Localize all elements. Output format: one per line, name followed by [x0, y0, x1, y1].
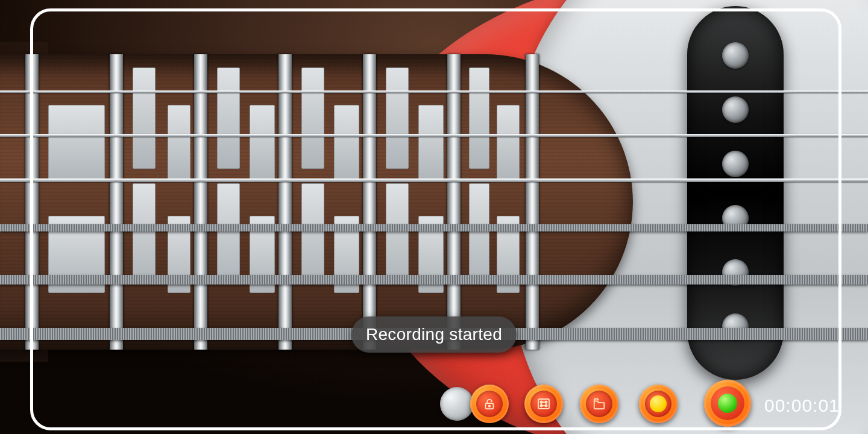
fret-inlay	[250, 105, 275, 182]
fret-inlay	[133, 183, 156, 285]
recordings-folder-button[interactable]	[580, 385, 618, 423]
toast-text: Recording started	[366, 325, 502, 344]
fret-inlay	[217, 68, 240, 169]
fret[interactable]	[25, 54, 39, 350]
fret[interactable]	[110, 54, 123, 350]
svg-rect-2	[538, 399, 549, 409]
string-5[interactable]	[0, 275, 868, 285]
lock-icon	[476, 391, 503, 417]
fret-inlay	[469, 183, 489, 285]
record-button[interactable]	[704, 380, 751, 427]
app-stage: Recording started 00:00:01	[0, 0, 868, 434]
tuner-button[interactable]	[524, 385, 563, 423]
fret-inlay	[168, 105, 190, 182]
string-2[interactable]	[0, 134, 868, 137]
pickup-pole	[722, 42, 749, 69]
fret-inlay	[469, 68, 489, 169]
fret[interactable]	[447, 54, 461, 350]
svg-point-1	[489, 405, 491, 407]
string-3[interactable]	[0, 178, 868, 182]
folder-icon	[586, 391, 612, 417]
fret[interactable]	[278, 54, 292, 350]
fret-inlay	[133, 68, 156, 169]
fret[interactable]	[526, 54, 539, 350]
record-indicator-icon	[645, 391, 671, 417]
volume-knob[interactable]	[440, 387, 474, 421]
toast-recording-started: Recording started	[351, 316, 517, 353]
fret-inlay	[301, 68, 324, 169]
pickup-pole	[722, 96, 749, 123]
recording-timer: 00:00:01	[764, 395, 840, 416]
fret-inlay	[301, 183, 324, 285]
fret-inlay	[217, 183, 240, 285]
fret-inlay	[334, 105, 359, 182]
record-icon	[711, 386, 744, 420]
fret-inlay	[386, 68, 409, 169]
lock-button[interactable]	[470, 385, 509, 423]
fret[interactable]	[194, 54, 207, 350]
record-small-button[interactable]	[639, 385, 678, 423]
fret-inlay	[497, 105, 520, 182]
fret[interactable]	[363, 54, 376, 350]
string-1[interactable]	[0, 90, 868, 93]
fret-inlay	[48, 105, 105, 182]
tuner-icon	[530, 391, 557, 417]
fret-inlay	[386, 183, 409, 285]
fret-inlay	[418, 105, 444, 182]
pickup-pole	[722, 151, 749, 177]
fretboard[interactable]	[0, 54, 633, 350]
bass-pickup	[687, 6, 784, 380]
string-4[interactable]	[0, 224, 868, 231]
